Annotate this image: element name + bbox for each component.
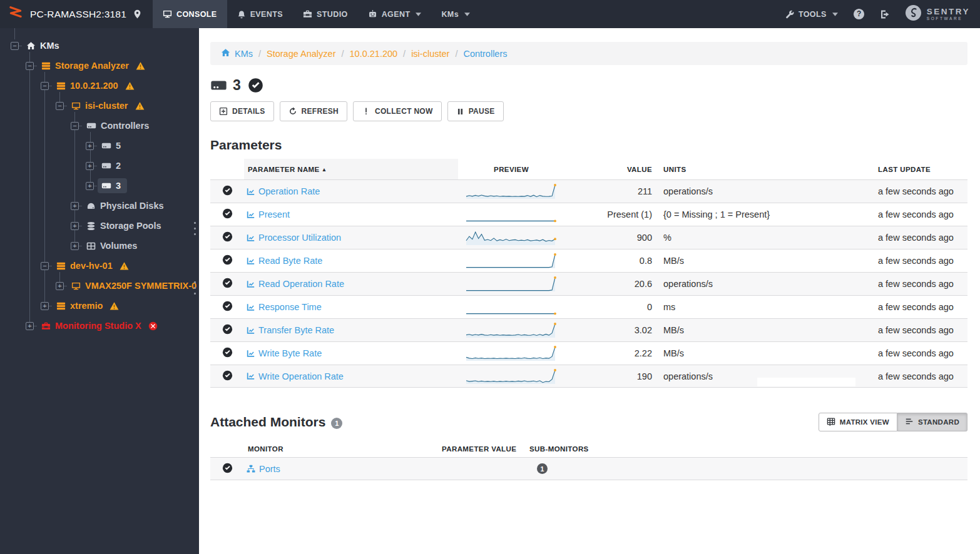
- matrix-view-button[interactable]: MATRIX VIEW: [819, 413, 897, 431]
- parameter-link-read-byte-rate[interactable]: Read Byte Rate: [247, 256, 458, 266]
- host-section[interactable]: PC-RAMASSH2:3181: [0, 0, 153, 28]
- tree-expand-toggle[interactable]: −: [11, 42, 19, 50]
- collect-now-button[interactable]: COLLECT NOW: [353, 101, 442, 121]
- tree-expand-toggle[interactable]: +: [56, 282, 64, 290]
- monitor-link-ports[interactable]: Ports: [247, 464, 442, 474]
- preview-sparkline[interactable]: [465, 229, 558, 246]
- pause-button[interactable]: PAUSE: [447, 101, 504, 121]
- splitter-handle[interactable]: [194, 222, 197, 235]
- nav-tab-kms[interactable]: KMs: [431, 0, 480, 28]
- column-header-sub-monitors[interactable]: SUB-MONITORS: [529, 445, 967, 453]
- splitter-handle[interactable]: [194, 281, 197, 295]
- tree-item-storage-pools[interactable]: Storage Pools: [83, 218, 168, 233]
- tree-expand-toggle[interactable]: −: [56, 102, 64, 110]
- tree-item-isi-cluster[interactable]: isi-cluster: [68, 98, 135, 113]
- breadcrumb-link-kms[interactable]: KMs: [221, 48, 253, 59]
- tree-expand-toggle[interactable]: −: [41, 262, 49, 270]
- tree-expand-toggle[interactable]: −: [71, 122, 79, 130]
- button-label: REFRESH: [302, 107, 339, 116]
- logout-button[interactable]: [880, 9, 890, 19]
- preview-sparkline[interactable]: [465, 299, 558, 315]
- chart-line-icon: [247, 372, 255, 380]
- preview-sparkline[interactable]: [465, 253, 558, 269]
- column-header-units[interactable]: UNITS: [657, 159, 878, 179]
- parameter-value: 20.6: [564, 279, 657, 289]
- sentry-brand[interactable]: SENTRY SOFTWARE: [905, 4, 970, 24]
- parameter-link-processor-utilization[interactable]: Processor Utilization: [247, 233, 458, 243]
- column-header-value[interactable]: VALUE: [564, 159, 657, 179]
- column-header-preview[interactable]: PREVIEW: [458, 159, 564, 179]
- parameter-link-write-byte-rate[interactable]: Write Byte Rate: [247, 348, 458, 358]
- tree-expand-toggle[interactable]: +: [86, 162, 94, 170]
- nav-tab-console[interactable]: CONSOLE: [153, 0, 227, 28]
- parameter-link-present[interactable]: Present: [247, 209, 458, 219]
- parameter-link-write-operation-rate[interactable]: Write Operation Rate: [247, 371, 458, 381]
- breadcrumb-link-storage-analyzer[interactable]: Storage Analyzer: [267, 49, 335, 59]
- preview-sparkline[interactable]: [465, 345, 558, 361]
- parameter-last-update: a few seconds ago: [878, 371, 967, 381]
- tree-expand-toggle[interactable]: +: [86, 182, 94, 190]
- parameter-link-read-operation-rate[interactable]: Read Operation Rate: [247, 279, 458, 289]
- parameter-link-transfer-byte-rate[interactable]: Transfer Byte Rate: [247, 325, 458, 335]
- preview-sparkline[interactable]: [465, 322, 558, 338]
- tree-connector: [49, 86, 52, 86]
- tree-item-kms[interactable]: KMs: [23, 38, 66, 53]
- tree-item-dev-hv-01[interactable]: dev-hv-01: [53, 258, 119, 273]
- preview-sparkline[interactable]: [465, 206, 558, 223]
- studio-icon: [303, 9, 312, 19]
- nav-tab-events[interactable]: EVENTS: [227, 0, 293, 28]
- tree-expand-toggle[interactable]: +: [41, 302, 49, 310]
- tree-expand-toggle[interactable]: +: [26, 322, 34, 330]
- column-header-parameter-value[interactable]: PARAMETER VALUE: [442, 445, 529, 453]
- sub-monitors-count-badge: 1: [537, 463, 548, 474]
- hostname: PC-RAMASSH2:3181: [30, 9, 126, 20]
- tree-item-label: KMs: [40, 41, 59, 51]
- column-header-parameter-name[interactable]: PARAMETER NAME▲: [244, 159, 458, 179]
- column-header-last-update[interactable]: LAST UPDATE: [878, 159, 967, 179]
- tree-connector: [34, 66, 37, 66]
- breadcrumb-link-10-0-21-200[interactable]: 10.0.21.200: [350, 49, 398, 59]
- status-ok-icon: [222, 347, 233, 360]
- tree-item-5[interactable]: 5: [98, 138, 127, 153]
- tree-item-volumes[interactable]: Volumes: [83, 238, 143, 253]
- tree-item-monitoring-studio-x[interactable]: Monitoring Studio X: [38, 318, 148, 333]
- parameter-value: 3.02: [564, 325, 657, 335]
- tree-expand-toggle[interactable]: +: [71, 222, 79, 230]
- tools-menu[interactable]: TOOLS: [785, 10, 838, 19]
- parameter-link-operation-rate[interactable]: Operation Rate: [247, 186, 458, 196]
- details-button[interactable]: DETAILS: [210, 101, 274, 121]
- tree-expand-toggle[interactable]: −: [41, 82, 49, 90]
- tree-item-label: xtremio: [70, 301, 103, 311]
- table-row-response-time: Response Time0msa few seconds ago: [210, 295, 967, 318]
- standard-button[interactable]: STANDARD: [897, 413, 967, 431]
- parameter-value: 0: [564, 302, 657, 312]
- preview-sparkline[interactable]: [465, 276, 558, 292]
- tree-item-controllers[interactable]: Controllers: [83, 118, 155, 133]
- nav-tab-agent[interactable]: AGENT: [358, 0, 432, 28]
- tree-expand-toggle[interactable]: +: [71, 242, 79, 250]
- server-icon: [41, 61, 51, 71]
- tree-expand-toggle[interactable]: −: [26, 62, 34, 70]
- column-header-monitor[interactable]: MONITOR: [244, 445, 442, 453]
- tree-item-physical-disks[interactable]: Physical Disks: [83, 198, 170, 213]
- nav-tab-studio[interactable]: STUDIO: [293, 0, 358, 28]
- tree-expand-toggle[interactable]: +: [71, 202, 79, 210]
- tree-item-storage-analyzer[interactable]: Storage Analyzer: [38, 58, 135, 73]
- tree-expand-toggle[interactable]: +: [86, 142, 94, 150]
- tree-node-controllers: −Controllers: [0, 116, 199, 136]
- preview-sparkline[interactable]: [465, 368, 558, 385]
- help-button[interactable]: ?: [853, 8, 865, 20]
- refresh-button[interactable]: REFRESH: [280, 101, 347, 121]
- tree-item-vmax250f-symmetrix-0[interactable]: VMAX250F SYMMETRIX-0: [68, 278, 199, 293]
- breadcrumb-link-isi-cluster[interactable]: isi-cluster: [411, 49, 449, 59]
- tree-item-2[interactable]: 2: [98, 158, 127, 173]
- tree-item-xtremio[interactable]: xtremio: [53, 298, 109, 313]
- status-ok-icon: [222, 463, 233, 475]
- preview-sparkline[interactable]: [465, 183, 558, 199]
- tree-item-3[interactable]: 3: [98, 178, 127, 193]
- tree-node-kms: −KMs: [0, 36, 199, 56]
- status-ok-icon: [222, 208, 233, 221]
- parameter-link-response-time[interactable]: Response Time: [247, 302, 458, 312]
- tree-item-10-0-21-200[interactable]: 10.0.21.200: [53, 78, 125, 93]
- breadcrumb-link-controllers[interactable]: Controllers: [463, 49, 507, 59]
